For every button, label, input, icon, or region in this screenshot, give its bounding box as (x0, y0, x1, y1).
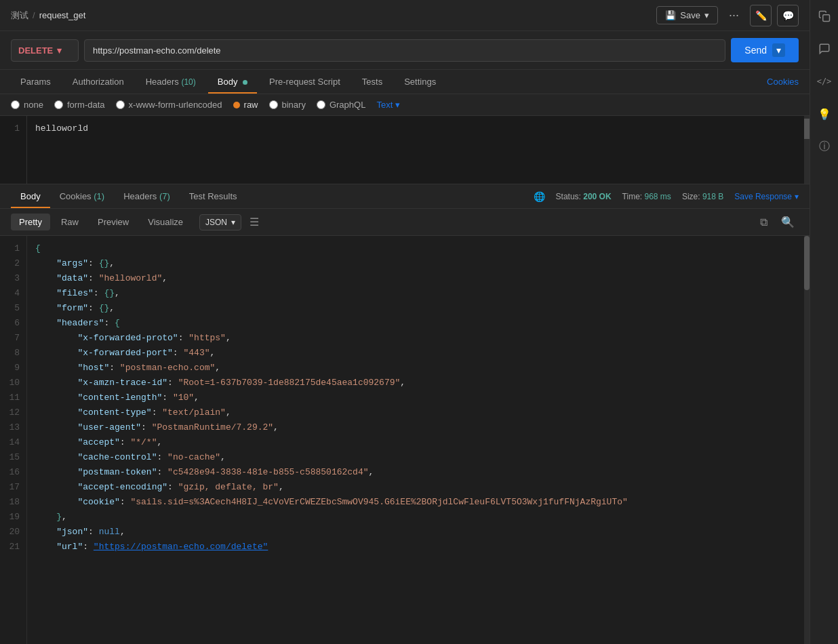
edit-icon-button[interactable]: ✏️ (750, 5, 772, 26)
body-active-dot (243, 80, 247, 85)
time-value: 968 ms (645, 192, 671, 201)
json-line-numbers: 123456789101112131415161718192021 (0, 236, 27, 644)
json-chevron-icon: ▾ (231, 218, 235, 227)
option-form-data[interactable]: form-data (54, 100, 105, 110)
format-tab-raw[interactable]: Raw (53, 214, 87, 230)
breadcrumb-separator: / (33, 10, 35, 20)
option-urlencoded[interactable]: x-www-form-urlencoded (116, 100, 222, 110)
format-label: Text (376, 100, 393, 110)
response-tabs: Body Cookies (1) Headers (7) Test Result… (0, 184, 810, 209)
save-response-chevron-icon: ▾ (795, 192, 799, 201)
svg-rect-0 (822, 15, 829, 22)
tab-params[interactable]: Params (11, 70, 60, 94)
send-label: Send (744, 45, 767, 56)
cookies-link[interactable]: Cookies (767, 70, 799, 94)
option-raw[interactable]: raw (233, 100, 258, 110)
method-chevron-icon: ▾ (57, 45, 62, 56)
response-format-bar: Pretty Raw Preview Visualize JSON ▾ ☰ ⧉ … (0, 209, 810, 236)
editor-line-numbers: 1 (0, 116, 27, 184)
tab-headers[interactable]: Headers (10) (136, 70, 205, 94)
sidebar-bulb-icon[interactable]: 💡 (814, 103, 835, 125)
response-area: Body Cookies (1) Headers (7) Test Result… (0, 184, 810, 644)
json-format-select[interactable]: JSON ▾ (199, 214, 241, 230)
response-tab-test-results[interactable]: Test Results (180, 184, 247, 208)
tab-settings[interactable]: Settings (395, 70, 445, 94)
option-binary[interactable]: binary (269, 100, 306, 110)
tab-pre-request[interactable]: Pre-request Script (260, 70, 350, 94)
response-headers-count: (7) (159, 191, 170, 201)
send-button[interactable]: Send ▾ (731, 38, 799, 62)
url-input[interactable] (84, 39, 725, 62)
url-bar: DELETE ▾ Send ▾ (0, 31, 810, 70)
response-tab-cookies[interactable]: Cookies (1) (50, 184, 114, 208)
option-graphql[interactable]: GraphQL (317, 100, 365, 110)
method-label: DELETE (18, 45, 53, 56)
comment-icon-button[interactable]: 💬 (777, 5, 799, 26)
tab-tests[interactable]: Tests (353, 70, 392, 94)
json-viewer: 123456789101112131415161718192021 { "arg… (0, 236, 810, 644)
right-sidebar: </> 💡 ⓘ (810, 0, 838, 644)
response-tab-headers[interactable]: Headers (7) (114, 184, 180, 208)
format-chevron-icon: ▾ (395, 100, 400, 110)
response-scrollbar[interactable] (804, 236, 810, 644)
format-tab-preview[interactable]: Preview (89, 214, 137, 230)
response-cookies-count: (1) (94, 191, 104, 201)
format-tab-pretty[interactable]: Pretty (11, 214, 50, 230)
method-select[interactable]: DELETE ▾ (11, 39, 79, 62)
request-name: request_get (39, 10, 86, 20)
search-icon: 🔍 (781, 216, 795, 228)
response-status-bar: 🌐 Status: 200 OK Time: 968 ms Size: 918 … (534, 191, 799, 202)
headers-count-badge: (10) (181, 77, 195, 87)
body-options: none form-data x-www-form-urlencoded raw… (0, 94, 810, 116)
format-tab-visualize[interactable]: Visualize (140, 214, 191, 230)
save-response-button[interactable]: Save Response ▾ (734, 192, 799, 201)
save-label: Save (680, 10, 700, 20)
raw-selected-dot (233, 102, 240, 108)
format-select[interactable]: Text ▾ (376, 100, 400, 110)
editor-scrollbar-thumb (804, 119, 810, 139)
save-icon: 💾 (665, 10, 676, 20)
breadcrumb-prefix: 测试 (11, 9, 28, 22)
response-scrollbar-thumb (804, 236, 810, 290)
globe-icon: 🌐 (534, 191, 545, 202)
tab-authorization[interactable]: Authorization (63, 70, 134, 94)
pencil-icon: ✏️ (755, 10, 767, 21)
top-bar-actions: 💾 Save ▾ ··· ✏️ 💬 (656, 5, 799, 26)
size-value: 918 B (702, 192, 723, 201)
save-button[interactable]: 💾 Save ▾ (656, 6, 718, 24)
search-button[interactable]: 🔍 (777, 213, 799, 231)
time-label: Time: 968 ms (622, 192, 671, 201)
send-chevron-icon: ▾ (772, 43, 785, 57)
size-label: Size: 918 B (682, 192, 723, 201)
copy-icon: ⧉ (760, 216, 767, 228)
request-body-editor: 1 helloworld (0, 116, 810, 184)
status-value: 200 OK (583, 192, 611, 201)
response-tab-body[interactable]: Body (11, 184, 50, 208)
breadcrumb: 测试 / request_get (11, 9, 85, 22)
request-tabs: Params Authorization Headers (10) Body P… (0, 70, 810, 94)
editor-content[interactable]: helloworld (27, 116, 810, 184)
comment-icon: 💬 (782, 10, 794, 21)
tab-body[interactable]: Body (208, 70, 257, 94)
sidebar-info-icon[interactable]: ⓘ (814, 136, 835, 157)
json-content: { "args": {}, "data": "helloworld", "fil… (27, 236, 804, 644)
sidebar-code-icon[interactable]: </> (814, 71, 835, 92)
filter-icon[interactable]: ☰ (244, 213, 264, 231)
status-label: Status: 200 OK (556, 192, 612, 201)
option-none[interactable]: none (11, 100, 43, 110)
save-chevron-icon: ▾ (704, 10, 709, 20)
sidebar-copy-icon[interactable] (814, 5, 835, 27)
editor-scrollbar[interactable] (804, 116, 810, 184)
top-bar: 测试 / request_get 💾 Save ▾ ··· ✏️ 💬 (0, 0, 810, 31)
more-options-button[interactable]: ··· (723, 5, 744, 25)
sidebar-chat-icon[interactable] (814, 38, 835, 60)
copy-button[interactable]: ⧉ (756, 214, 772, 231)
